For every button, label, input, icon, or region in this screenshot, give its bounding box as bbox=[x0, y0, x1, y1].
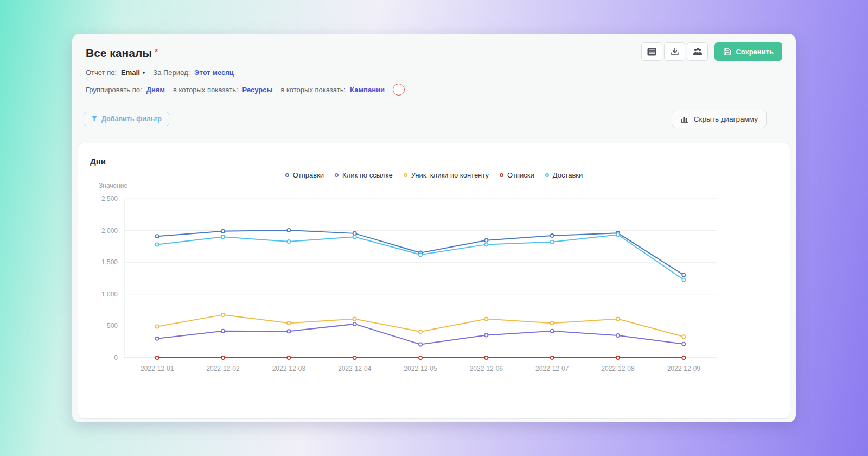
minus-icon: − bbox=[397, 86, 401, 93]
svg-text:2,000: 2,000 bbox=[101, 227, 118, 235]
show-in-link-resources[interactable]: Ресурсы bbox=[242, 86, 273, 94]
required-asterisk: * bbox=[155, 47, 158, 56]
svg-text:1,000: 1,000 bbox=[101, 290, 118, 298]
toolbar-row: Добавить фильтр Скрыть диаграмму bbox=[72, 110, 796, 128]
report-by-dropdown[interactable]: Email ▾ bbox=[121, 68, 145, 77]
chevron-down-icon: ▾ bbox=[143, 70, 145, 75]
svg-text:500: 500 bbox=[107, 322, 118, 330]
download-button[interactable] bbox=[664, 42, 685, 61]
legend-label: Уник. клики по контенту bbox=[411, 171, 489, 179]
legend-label: Клик по ссылке bbox=[342, 171, 393, 179]
legend-marker-icon bbox=[545, 173, 549, 177]
show-in-label-2: в которых показать: bbox=[281, 86, 346, 94]
funnel-icon bbox=[91, 116, 98, 122]
legend-marker-icon bbox=[285, 173, 289, 177]
filter-row-report: Отчет по: Email ▾ За Период: Этот месяц bbox=[72, 68, 796, 77]
add-filter-label: Добавить фильтр bbox=[101, 115, 162, 123]
svg-text:2022-12-03: 2022-12-03 bbox=[272, 365, 306, 372]
svg-text:2022-12-08: 2022-12-08 bbox=[601, 365, 635, 372]
report-by-label: Отчет по: bbox=[86, 68, 117, 77]
legend-label: Доставки bbox=[553, 171, 583, 179]
svg-text:2022-12-07: 2022-12-07 bbox=[535, 365, 569, 372]
svg-text:2022-12-01: 2022-12-01 bbox=[141, 365, 174, 372]
legend-marker-icon bbox=[335, 173, 339, 177]
svg-text:Значение: Значение bbox=[99, 182, 128, 189]
show-in-label-1: в которых показать: bbox=[173, 86, 238, 94]
save-button-label: Сохранить bbox=[736, 48, 774, 56]
users-button[interactable] bbox=[687, 42, 708, 61]
svg-text:1,500: 1,500 bbox=[101, 258, 118, 266]
chart-svg: Значение05001,0001,5002,0002,5002022-12-… bbox=[89, 180, 729, 373]
hide-chart-button[interactable]: Скрыть диаграмму bbox=[672, 110, 767, 128]
card-header: Все каналы* Сохранить bbox=[72, 34, 796, 61]
add-filter-button[interactable]: Добавить фильтр bbox=[84, 112, 169, 126]
svg-text:2022-12-09: 2022-12-09 bbox=[667, 365, 701, 372]
legend-item[interactable]: Отписки bbox=[500, 171, 534, 179]
hide-chart-label: Скрыть диаграмму bbox=[694, 115, 758, 123]
header-actions: Сохранить bbox=[641, 42, 782, 61]
floppy-disk-icon bbox=[723, 48, 731, 56]
period-label: За Период: bbox=[153, 68, 190, 77]
save-button[interactable]: Сохранить bbox=[714, 42, 782, 61]
remove-grouping-button[interactable]: − bbox=[393, 84, 405, 96]
table-view-icon bbox=[647, 48, 656, 56]
legend-item[interactable]: Клик по ссылке bbox=[335, 171, 393, 179]
legend-marker-icon bbox=[404, 173, 407, 177]
legend-item[interactable]: Уник. клики по контенту bbox=[404, 171, 489, 179]
chart-card: Дни Отправки Клик по ссылке Уник. клики … bbox=[78, 143, 790, 419]
legend-label: Отправки bbox=[293, 171, 324, 179]
chart-title: Дни bbox=[78, 143, 790, 166]
period-link[interactable]: Этот месяц bbox=[194, 68, 234, 77]
svg-text:2022-12-06: 2022-12-06 bbox=[470, 365, 503, 372]
report-card: Все каналы* Сохранить Отчет по: bbox=[72, 34, 796, 422]
icon-button-group bbox=[641, 42, 708, 61]
chart-legend: Отправки Клик по ссылке Уник. клики по к… bbox=[78, 171, 790, 179]
legend-item[interactable]: Отправки bbox=[285, 171, 324, 179]
page-title: Все каналы* bbox=[86, 47, 158, 60]
svg-text:2022-12-04: 2022-12-04 bbox=[338, 365, 372, 372]
group-by-link[interactable]: Дням bbox=[146, 86, 165, 94]
report-by-value: Email bbox=[121, 68, 140, 77]
bar-chart-icon bbox=[680, 115, 689, 123]
svg-text:0: 0 bbox=[114, 354, 118, 362]
svg-text:2022-12-05: 2022-12-05 bbox=[404, 365, 437, 372]
legend-item[interactable]: Доставки bbox=[545, 171, 583, 179]
svg-text:2,500: 2,500 bbox=[101, 195, 118, 202]
download-icon bbox=[671, 47, 679, 56]
legend-marker-icon bbox=[500, 173, 503, 177]
group-by-label: Группировать по: bbox=[86, 86, 142, 94]
filter-row-grouping: Группировать по: Дням в которых показать… bbox=[72, 84, 796, 96]
users-icon bbox=[693, 48, 703, 55]
svg-text:2022-12-02: 2022-12-02 bbox=[206, 365, 240, 372]
page-title-text: Все каналы bbox=[86, 47, 152, 59]
show-in-link-campaigns[interactable]: Кампании bbox=[350, 86, 385, 94]
table-view-button[interactable] bbox=[641, 42, 662, 61]
legend-label: Отписки bbox=[507, 171, 534, 179]
